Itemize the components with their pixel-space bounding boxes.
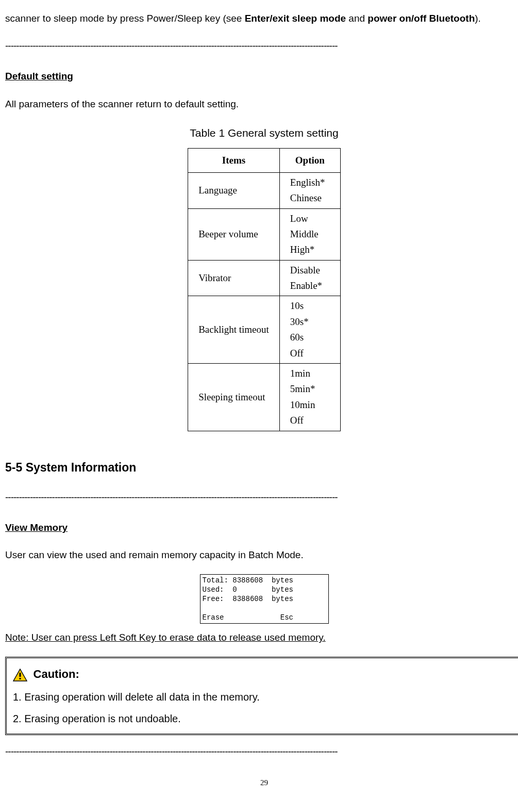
table-option: 1min: [290, 366, 330, 381]
table-option: English*: [290, 175, 330, 190]
caution-box: Caution: 1. Erasing operation will delet…: [5, 657, 518, 735]
memory-free: Free: 8388608 bytes: [203, 595, 293, 603]
table-option: Enable*: [290, 278, 330, 294]
table-options: Disable Enable*: [279, 260, 340, 296]
memory-actions: Erase Esc: [203, 613, 293, 622]
intro-prefix: scanner to sleep mode by press Power/Sle…: [5, 13, 245, 24]
separator-2: ----------------------------------------…: [5, 489, 518, 506]
table-row: Backlight timeout 10s 30s* 60s Off: [188, 296, 341, 364]
warning-icon: [13, 668, 27, 681]
memory-blank: [203, 604, 207, 612]
table-option: 5min*: [290, 381, 330, 397]
default-setting-desc: All parameters of the scanner return to …: [5, 95, 518, 113]
separator-3: ----------------------------------------…: [5, 743, 518, 760]
memory-display-box: Total: 8388608 bytes Used: 0 bytes Free:…: [200, 574, 329, 624]
table-options: 1min 5min* 10min Off: [279, 364, 340, 431]
view-memory-note: Note: User can press Left Soft Key to er…: [5, 629, 518, 646]
caution-title: Caution:: [34, 662, 79, 686]
table-option: 10min: [290, 397, 330, 413]
table-row: Language English* Chinese: [188, 172, 341, 208]
table-options: 10s 30s* 60s Off: [279, 296, 340, 364]
caution-item-1: 1. Erasing operation will delete all dat…: [13, 686, 515, 708]
separator-1: ----------------------------------------…: [5, 37, 518, 55]
table-options: English* Chinese: [279, 172, 340, 208]
table-option: Off: [290, 346, 330, 361]
table-option: Chinese: [290, 190, 330, 206]
table-option: 30s*: [290, 314, 330, 330]
memory-total: Total: 8388608 bytes: [203, 576, 293, 584]
settings-table: Items Option Language English* Chinese B…: [188, 148, 341, 431]
table-header-option: Option: [279, 148, 340, 172]
table-option: Middle: [290, 226, 330, 242]
table-option: 60s: [290, 330, 330, 345]
default-setting-heading: Default setting: [5, 68, 518, 85]
table-option: Off: [290, 413, 330, 428]
table-option: Disable: [290, 263, 330, 278]
table-row: Vibrator Disable Enable*: [188, 260, 341, 296]
table-header-items: Items: [188, 148, 280, 172]
table-item: Backlight timeout: [188, 296, 280, 364]
table-item: Sleeping timeout: [188, 364, 280, 431]
table-options: Low Middle High*: [279, 208, 340, 260]
page-number: 29: [5, 776, 518, 790]
memory-used: Used: 0 bytes: [203, 586, 293, 594]
caution-header: Caution:: [13, 662, 515, 686]
table-row: Sleeping timeout 1min 5min* 10min Off: [188, 364, 341, 431]
intro-mid: and: [346, 13, 367, 24]
table-option: Low: [290, 211, 330, 226]
view-memory-desc: User can view the used and remain memory…: [5, 546, 518, 564]
table-item: Language: [188, 172, 280, 208]
view-memory-heading: View Memory: [5, 519, 518, 537]
intro-paragraph: scanner to sleep mode by press Power/Sle…: [5, 10, 518, 27]
intro-suffix: ).: [475, 13, 481, 24]
table-option: High*: [290, 242, 330, 257]
table-caption: Table 1 General system setting: [5, 123, 518, 143]
caution-item-2: 2. Erasing operation is not undoable.: [13, 708, 515, 729]
table-option: 10s: [290, 298, 330, 314]
section-5-5-heading: 5-5 System Information: [5, 457, 518, 478]
table-item: Beeper volume: [188, 208, 280, 260]
intro-bold-2: power on/off Bluetooth: [367, 13, 475, 24]
table-item: Vibrator: [188, 260, 280, 296]
svg-rect-2: [20, 678, 21, 679]
intro-bold-1: Enter/exit sleep mode: [245, 13, 346, 24]
table-row: Beeper volume Low Middle High*: [188, 208, 341, 260]
svg-rect-1: [20, 673, 21, 677]
